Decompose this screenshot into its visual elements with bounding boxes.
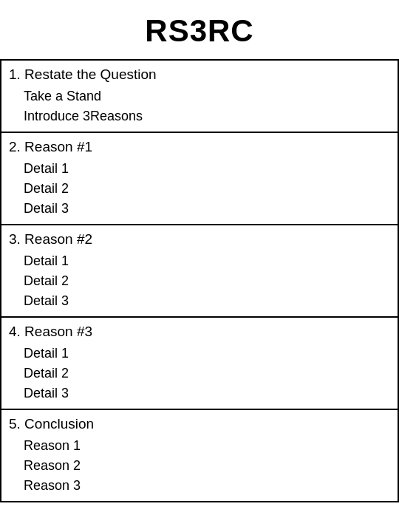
section-3-item-1: Detail 1 bbox=[1, 251, 398, 271]
section-3: 3. Reason #2Detail 1Detail 2Detail 3 bbox=[1, 225, 398, 318]
section-2-item-3: Detail 3 bbox=[1, 199, 398, 224]
section-2-item-1: Detail 1 bbox=[1, 159, 398, 179]
section-header-5: 5. Conclusion bbox=[1, 410, 398, 436]
section-5-item-1: Reason 1 bbox=[1, 436, 398, 456]
section-4-item-1: Detail 1 bbox=[1, 344, 398, 364]
section-5-item-2: Reason 2 bbox=[1, 456, 398, 476]
section-1-item-2: Introduce 3Reasons bbox=[1, 106, 398, 132]
page-title: RS3RC bbox=[0, 0, 399, 59]
section-header-3: 3. Reason #2 bbox=[1, 225, 398, 251]
section-header-4: 4. Reason #3 bbox=[1, 318, 398, 344]
section-header-1: 1. Restate the Question bbox=[1, 61, 398, 86]
section-3-item-2: Detail 2 bbox=[1, 271, 398, 291]
section-5: 5. ConclusionReason 1Reason 2Reason 3 bbox=[1, 410, 398, 501]
section-1: 1. Restate the QuestionTake a StandIntro… bbox=[1, 61, 398, 133]
section-3-item-3: Detail 3 bbox=[1, 291, 398, 316]
section-header-2: 2. Reason #1 bbox=[1, 133, 398, 159]
section-2-item-2: Detail 2 bbox=[1, 179, 398, 199]
outline-container: 1. Restate the QuestionTake a StandIntro… bbox=[0, 59, 399, 502]
section-4: 4. Reason #3Detail 1Detail 2Detail 3 bbox=[1, 318, 398, 410]
section-4-item-2: Detail 2 bbox=[1, 364, 398, 383]
section-4-item-3: Detail 3 bbox=[1, 383, 398, 409]
section-1-item-1: Take a Stand bbox=[1, 86, 398, 106]
section-5-item-3: Reason 3 bbox=[1, 476, 398, 501]
section-2: 2. Reason #1Detail 1Detail 2Detail 3 bbox=[1, 133, 398, 225]
